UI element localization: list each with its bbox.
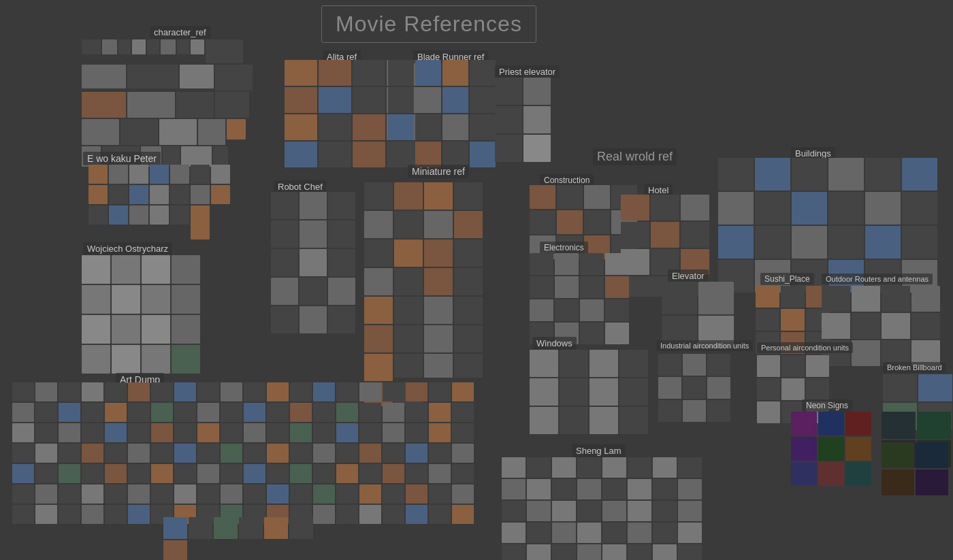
industrial-ac-images bbox=[658, 354, 733, 422]
windows-label: Windows bbox=[532, 337, 577, 350]
neon-signs-label: Neon Signs bbox=[802, 399, 852, 412]
neon-signs-images bbox=[791, 412, 873, 486]
electronics-images bbox=[530, 253, 635, 344]
outdoor-routers-label: Outdoor Routers and antennas bbox=[822, 274, 933, 284]
e-wo-kaku-label: E wo kaku Peter bbox=[83, 152, 161, 165]
robot-chef-images bbox=[271, 192, 359, 333]
buildings-images bbox=[718, 158, 950, 293]
windows-images bbox=[530, 350, 649, 434]
art-dump-lower bbox=[163, 517, 334, 560]
miniature-ref-label: Miniature ref bbox=[408, 165, 469, 178]
wojciech-images bbox=[82, 255, 201, 374]
priest-elevator-label: Priest elevator bbox=[495, 65, 560, 78]
priest-elevator-images bbox=[495, 78, 553, 162]
elevator-images bbox=[662, 282, 737, 348]
real-world-ref-label: Real wrold ref bbox=[593, 148, 677, 165]
character-ref-label: character_ref bbox=[150, 26, 210, 39]
e-wo-kaku-images bbox=[88, 165, 231, 240]
sheng-lam-images bbox=[502, 457, 702, 560]
sushi-place-label: Sushi_Place bbox=[760, 273, 814, 285]
electronics-label: Electronics bbox=[540, 242, 588, 254]
elevator-label: Elevator bbox=[668, 269, 709, 282]
blade-runner-ref-images bbox=[388, 60, 497, 167]
industrial-ac-label: Industrial aircondition units bbox=[656, 340, 753, 351]
sheng-lam-label: Sheng Lam bbox=[572, 444, 626, 457]
outdoor-routers-images bbox=[822, 286, 944, 366]
miniature-ref-images bbox=[364, 182, 511, 406]
main-title: Movie References bbox=[321, 5, 536, 43]
personal-ac-label: Personal aircondition units bbox=[757, 342, 853, 353]
art-dump-images bbox=[12, 382, 489, 524]
art-bottom-right bbox=[882, 442, 950, 495]
broken-billboard-label: Broken Billboard bbox=[883, 362, 946, 373]
character-ref-images bbox=[82, 39, 265, 167]
wojciech-label: Wojciech Ostrycharz bbox=[83, 242, 172, 255]
